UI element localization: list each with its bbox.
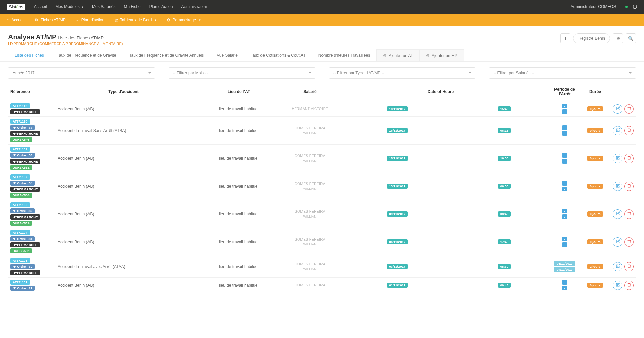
period-empty: -: [562, 280, 567, 285]
badge-duree: 0 jours: [587, 106, 603, 111]
table-row: AT171109N° Ordre : 35HYPERMARCHEDURSK561…: [8, 145, 636, 172]
badge-date: 13/11/2017: [387, 184, 408, 189]
badge-heure: 17:45: [498, 239, 511, 244]
filter-salarie[interactable]: [489, 67, 636, 79]
home-icon: ⌂: [7, 18, 9, 22]
trash-icon: [627, 239, 631, 245]
delete-button[interactable]: [624, 209, 634, 219]
badge-duree: 0 jours: [587, 239, 603, 244]
edit-button[interactable]: [613, 182, 622, 191]
top-navbar: Sistéos Accueil Mes Modules ▾ Mes Salari…: [0, 0, 644, 14]
col-type[interactable]: Type d'accident: [56, 84, 191, 101]
nav-fiche[interactable]: Ma Fiche: [124, 4, 140, 9]
tab-liste-des-fiches[interactable]: Liste des Fiches: [8, 49, 51, 61]
power-icon[interactable]: ⏻: [632, 4, 637, 10]
cell-lieu: lieu de travail habituel: [191, 172, 286, 200]
filter-type[interactable]: [329, 67, 476, 79]
print-icon: 🖶: [616, 36, 620, 41]
tab-ajouter-un-at[interactable]: ⊕Ajouter un AT: [376, 49, 419, 61]
cell-type: Accident Benin (AB): [56, 200, 191, 228]
badge-duree: 0 jours: [587, 283, 603, 288]
badge-at: AT171107: [10, 174, 30, 180]
col-date[interactable]: Date et Heure: [334, 84, 548, 101]
badge-duree: 0 jours: [587, 184, 603, 189]
edit-button[interactable]: [613, 154, 622, 163]
tab-taux-de-fr-quence-et-de-gravit-annuels[interactable]: Taux de Fréquence et de Gravité Annuels: [123, 49, 211, 61]
trash-icon: [627, 211, 631, 217]
download-button[interactable]: ⬇: [560, 33, 570, 43]
nav-accueil[interactable]: Accueil: [34, 4, 47, 9]
chart-icon: ◴: [115, 18, 118, 22]
search-button[interactable]: 🔍: [626, 33, 636, 43]
cell-lieu: lieu de travail habituel: [191, 200, 286, 228]
subnav-accueil[interactable]: ⌂Accueil: [7, 18, 24, 22]
logo[interactable]: Sistéos: [7, 4, 25, 10]
period-empty: -: [562, 104, 567, 108]
subnav-param[interactable]: ⚙Paramétrage ▾: [167, 18, 200, 22]
delete-button[interactable]: [624, 262, 634, 271]
nav-salaries[interactable]: Mes Salariés: [92, 4, 115, 9]
period-empty: -: [562, 242, 567, 247]
edit-button[interactable]: [613, 104, 622, 114]
badge-etab: HYPERMARCHE: [10, 242, 40, 247]
plus-icon: ⊕: [383, 53, 387, 58]
badge-date: 09/11/2017: [387, 211, 408, 217]
edit-button[interactable]: [613, 262, 622, 271]
badge-dursk: DURSK561: [10, 165, 32, 170]
col-reference[interactable]: Référence: [8, 84, 56, 101]
delete-button[interactable]: [624, 104, 634, 114]
filter-year[interactable]: [8, 67, 155, 79]
print-button[interactable]: 🖶: [613, 33, 623, 43]
col-lieu[interactable]: Lieu de l'AT: [191, 84, 286, 101]
badge-heure: 09:45: [498, 283, 511, 288]
period-empty: -: [562, 131, 567, 136]
edit-icon: [616, 283, 620, 288]
edit-button[interactable]: [613, 237, 622, 247]
edit-button[interactable]: [613, 126, 622, 135]
badge-duree: 0 jours: [587, 211, 603, 217]
badge-ordre: N° Ordre : 37: [10, 125, 35, 130]
subnav-fiches[interactable]: 🗎Fiches AT/MP: [35, 18, 66, 22]
edit-button[interactable]: [613, 209, 622, 219]
tab-vue-salari-[interactable]: Vue Salarié: [210, 49, 244, 61]
tab-taux-de-cotisations-co-t-at[interactable]: Taux de Cotisations & Coût AT: [244, 49, 312, 61]
tab-taux-de-fr-quence-et-de-gravit-[interactable]: Taux de Fréquence et de Gravité: [51, 49, 123, 61]
col-duree[interactable]: Durée: [582, 84, 609, 101]
edit-button[interactable]: [613, 281, 622, 290]
badge-heure: 15:40: [498, 106, 511, 111]
tab-ajouter-un-mp[interactable]: ⊕Ajouter un MP: [419, 49, 464, 61]
sub-navbar: ⌂Accueil 🗎Fiches AT/MP ✓Plan d'action ◴T…: [0, 14, 644, 26]
badge-dursk: DURSK552: [10, 248, 32, 254]
delete-button[interactable]: [624, 237, 634, 247]
badge-etab: HYPERMARCHE: [10, 187, 40, 192]
badge-date: 16/11/2017: [387, 128, 408, 133]
nav-modules[interactable]: Mes Modules ▾: [55, 4, 83, 9]
badge-heure: 06:15: [498, 128, 511, 133]
table-row: AT171112HYPERMARCHEAccident Benin (AB)li…: [8, 101, 636, 117]
badge-ordre: N° Ordre : 34: [10, 181, 35, 186]
delete-button[interactable]: [624, 281, 634, 290]
col-period[interactable]: Période de l'Arrêt: [548, 84, 582, 101]
tab-nombre-d-heures-travaill-es[interactable]: Nombre d'heures Travaillées: [312, 49, 376, 61]
edit-icon: [616, 128, 620, 133]
nav-plan[interactable]: Plan d'Action: [149, 4, 173, 9]
badge-dursk: DURSK559: [10, 221, 32, 226]
delete-button[interactable]: [624, 154, 634, 163]
period-empty: -: [562, 286, 567, 290]
cell-lieu: lieu de travail habituel: [191, 228, 286, 256]
page-meta: HYPERMARCHE (COMMERCE A PREDOMINANCE ALI…: [8, 42, 123, 46]
badge-date: 03/11/2017: [387, 264, 408, 269]
delete-button[interactable]: [624, 126, 634, 135]
col-salarie[interactable]: Salarié: [286, 84, 334, 101]
badge-date: 01/11/2017: [387, 283, 408, 288]
delete-button[interactable]: [624, 182, 634, 191]
nav-admin[interactable]: Administration: [181, 4, 207, 9]
subnav-tableaux[interactable]: ◴Tableaux de Bord ▾: [115, 18, 156, 22]
badge-date: 06/11/2017: [387, 239, 408, 244]
tabs: Liste des FichesTaux de Fréquence et de …: [0, 49, 644, 62]
filter-month[interactable]: [169, 67, 315, 79]
subnav-plan[interactable]: ✓Plan d'action: [76, 18, 104, 22]
status-indicator-icon: [625, 6, 628, 8]
user-menu[interactable]: Administrateur COMEOS ...: [571, 4, 621, 9]
registre-button[interactable]: Registre Bénin: [573, 33, 610, 43]
